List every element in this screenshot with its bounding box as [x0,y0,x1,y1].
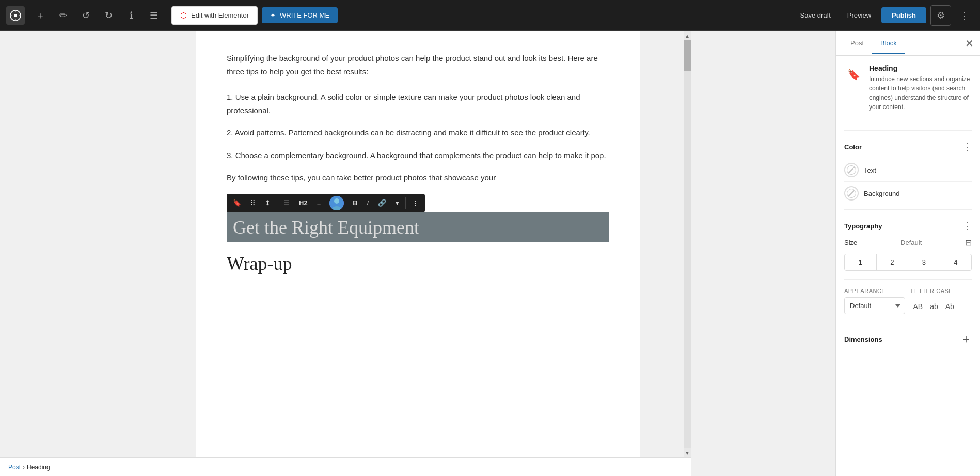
color-section: Color ⋮ Text Background [844,130,972,205]
panel-tabs: Post Block ✕ [836,31,980,56]
heading-block-icon: 🔖 [844,65,863,84]
appearance-select[interactable]: Default [844,297,905,314]
scroll-down-button[interactable]: ▼ [684,448,691,457]
move-up-down-btn[interactable]: ⬍ [261,196,275,210]
breadcrumb-separator: › [23,464,25,471]
preview-button[interactable]: Preview [841,7,877,23]
scroll-thumb[interactable] [684,40,691,71]
appearance-label: Appearance [844,288,905,294]
breadcrumb-post-link[interactable]: Post [8,464,21,471]
block-toolbar: 🔖 ⠿ ⬍ ☰ H2 ≡ B I 🔗 ▾ ⋮ [227,194,425,212]
options-button[interactable]: ⋮ [955,6,974,25]
selected-heading-text: Get the Right Equipment [233,217,419,238]
top-toolbar: ＋ ✏ ↺ ↻ ℹ ☰ ⬡ Edit with Elementor ✦ WRIT… [0,0,980,31]
svg-point-1 [14,14,17,17]
wrap-up-heading[interactable]: Wrap-up [227,253,609,274]
save-draft-button[interactable]: Save draft [794,7,837,23]
info-button[interactable]: ℹ [122,6,140,25]
text-color-label: Text [864,166,876,174]
wp-logo-icon[interactable] [6,6,25,25]
background-color-picker[interactable] [844,186,859,201]
size-buttons-group: 1 2 3 4 [844,254,972,271]
tab-post[interactable]: Post [842,33,872,54]
elementor-button[interactable]: ⬡ Edit with Elementor [171,6,258,25]
paragraph-following: By following these tips, you can take be… [227,171,609,185]
heading-level-btn[interactable]: H2 [295,196,312,210]
background-color-row: Background [844,182,972,205]
settings-button[interactable]: ⚙ [930,5,951,26]
block-info-text: Heading Introduce new sections and organ… [869,64,972,112]
paragraph-tip2: 2. Avoid patterns. Patterned backgrounds… [227,126,609,140]
text-color-swatch [847,165,856,175]
paragraph-tip3: 3. Choose a complementary background. A … [227,149,609,162]
italic-btn[interactable]: I [363,196,373,210]
drag-handle-btn[interactable]: ⠿ [246,196,260,210]
add-block-button[interactable]: ＋ [31,6,50,25]
size-row: Size Default ⊟ [844,238,972,248]
letter-case-lowercase-button[interactable]: ab [928,300,940,313]
edit-icon-button[interactable]: ✏ [54,6,72,25]
editor-area[interactable]: Simplifying the background of your produ… [0,31,835,476]
text-color-row: Text [844,159,972,182]
letter-case-col: Letter case AB ab Ab [911,288,972,314]
redo-button[interactable]: ↻ [99,6,118,25]
size-btn-2[interactable]: 2 [877,254,909,270]
dimensions-title: Dimensions [844,335,882,343]
text-color-picker[interactable] [844,163,859,177]
vertical-scrollbar[interactable]: ▲ ▼ [684,31,691,457]
appearance-col: Appearance Default [844,288,905,314]
publish-button[interactable]: Publish [881,7,926,23]
undo-button[interactable]: ↺ [76,6,95,25]
svg-point-3 [334,198,339,204]
write-for-me-button[interactable]: ✦ WRITE FOR ME [262,7,338,23]
letter-case-label: Letter case [911,288,972,294]
typography-section-header: Typography ⋮ [844,218,972,232]
selected-heading-block[interactable]: Get the Right Equipment [227,212,609,242]
block-description: Introduce new sections and organize cont… [869,74,972,112]
panel-close-button[interactable]: ✕ [965,37,974,50]
link-btn[interactable]: 🔗 [374,196,390,210]
block-info-section: 🔖 Heading Introduce new sections and org… [844,64,972,120]
color-section-header: Color ⋮ [844,139,972,152]
appearance-section: Appearance Default Letter case AB ab Ab [844,279,972,314]
toolbar-separator-2 [327,197,327,209]
color-section-more-button[interactable]: ⋮ [962,141,972,152]
block-title: Heading [869,64,972,72]
toolbar-separator-1 [277,197,277,209]
more-rich-text-btn[interactable]: ▾ [391,196,403,210]
elementor-label: Edit with Elementor [191,11,249,19]
text-align-btn[interactable]: ≡ [313,196,325,210]
scroll-track[interactable] [684,40,691,448]
options-menu-btn[interactable]: ⋮ [408,196,423,210]
background-color-swatch [847,189,856,198]
size-label: Size [844,239,857,247]
dimensions-header: Dimensions ＋ [844,331,972,347]
dimensions-add-button[interactable]: ＋ [960,331,972,347]
typography-title: Typography [844,222,882,230]
align-btn[interactable]: ☰ [279,196,294,210]
bookmark-toolbar-btn[interactable]: 🔖 [229,196,245,210]
letter-case-uppercase-button[interactable]: AB [911,300,925,313]
scroll-up-button[interactable]: ▲ [684,31,691,40]
size-slider-button[interactable]: ⊟ [965,238,972,248]
panel-content: 🔖 Heading Introduce new sections and org… [836,56,980,476]
main-layout: Simplifying the background of your produ… [0,31,980,476]
toolbar-separator-3 [346,197,346,209]
write-label: WRITE FOR ME [280,11,329,19]
typography-more-button[interactable]: ⋮ [962,220,972,232]
letter-case-capitalize-button[interactable]: Ab [943,300,956,313]
typography-section: Typography ⋮ Size Default ⊟ 1 2 3 4 [844,209,972,271]
list-view-button[interactable]: ☰ [145,6,163,25]
avatar-icon [329,196,344,210]
toolbar-separator-4 [405,197,406,209]
paragraph-intro: Simplifying the background of your produ… [227,52,609,78]
tab-block[interactable]: Block [872,33,905,54]
size-btn-4[interactable]: 4 [940,254,972,270]
bold-btn[interactable]: B [349,196,361,210]
paragraph-tip1: 1. Use a plain background. A solid color… [227,90,609,117]
size-btn-3[interactable]: 3 [908,254,940,270]
letter-case-buttons: AB ab Ab [911,300,972,313]
size-btn-1[interactable]: 1 [845,254,877,270]
wrap-up-heading-text: Wrap-up [227,253,292,274]
status-bar: Post › Heading [0,457,691,476]
